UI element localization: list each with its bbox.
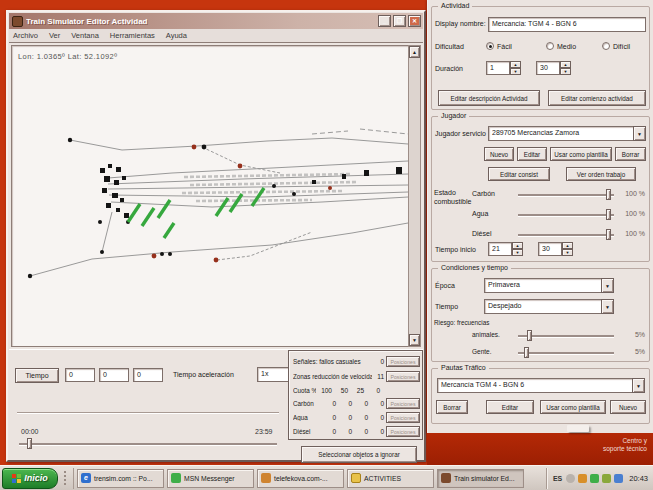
quick-launch-area[interactable] <box>60 468 74 489</box>
spin-up-icon[interactable]: ▲ <box>562 242 573 249</box>
edit-consist-button[interactable]: Editar consist <box>488 167 550 181</box>
scroll-up-icon[interactable]: ▲ <box>409 46 420 58</box>
quota-col: 50 <box>332 387 348 394</box>
duracion-hours-value[interactable]: 1 <box>486 61 510 75</box>
tray-app-icon[interactable] <box>602 474 611 483</box>
slider-thumb[interactable] <box>606 229 611 240</box>
group-jugador-title: Jugador <box>438 112 469 119</box>
title-bar[interactable]: Train Simulator Editor Actividad _ ❐ ✕ <box>9 13 423 29</box>
edit-description-button[interactable]: Editar descripción Actividad <box>438 90 540 106</box>
group-jugador: Jugador Jugador servicio 289705 Mercanci… <box>431 116 650 262</box>
minimize-button[interactable]: _ <box>378 15 391 27</box>
tray-volume-icon[interactable] <box>566 474 575 483</box>
spin-up-icon[interactable]: ▲ <box>510 61 521 68</box>
spin-down-icon[interactable]: ▼ <box>562 249 573 256</box>
start-minute-value[interactable]: 30 <box>538 242 562 256</box>
slider-thumb[interactable] <box>524 347 529 358</box>
coal-locations-button[interactable]: Posiciones <box>386 398 420 409</box>
slider-thumb[interactable] <box>606 189 611 200</box>
traffic-template-button[interactable]: Usar como plantilla <box>540 400 606 414</box>
spin-up-icon[interactable]: ▲ <box>512 242 523 249</box>
slider-track <box>518 335 614 337</box>
time-field-hours[interactable]: 0 <box>65 368 95 382</box>
duracion-minutes-spinner[interactable]: 30 ▲▼ <box>536 61 571 75</box>
start-button[interactable]: Inicio <box>2 468 58 489</box>
coal-slider[interactable] <box>518 189 614 201</box>
chevron-down-icon[interactable]: ▼ <box>601 299 614 314</box>
radio-facil[interactable]: Fácil <box>486 42 512 50</box>
diesel-locations-button[interactable]: Posiciones <box>386 426 420 437</box>
spin-down-icon[interactable]: ▼ <box>512 249 523 256</box>
slider-thumb[interactable] <box>527 330 532 341</box>
start-hour-spinner[interactable]: 21 ▲▼ <box>488 242 523 256</box>
season-dropdown[interactable]: Primavera ▼ <box>484 278 614 293</box>
route-map[interactable] <box>12 46 410 346</box>
traffic-delete-button[interactable]: Borrar <box>436 400 468 414</box>
chevron-down-icon[interactable]: ▼ <box>601 278 614 293</box>
map-viewport[interactable]: Lon: 1.0365º Lat: 52.1092º <box>11 45 411 347</box>
task-trensim[interactable]: e trensim.com :: Po... <box>77 469 164 488</box>
task-msn-messenger[interactable]: MSN Messenger <box>167 469 254 488</box>
time-of-day-slider[interactable] <box>19 438 277 450</box>
radio-dificil[interactable]: Difícil <box>602 42 630 50</box>
menu-archivo[interactable]: Archivo <box>13 31 38 40</box>
chevron-down-icon[interactable]: ▼ <box>633 126 646 141</box>
diesel-slider[interactable] <box>518 229 614 241</box>
task-website[interactable]: telefekova.com-... <box>257 469 344 488</box>
radio-icon[interactable] <box>546 42 554 50</box>
spin-up-icon[interactable]: ▲ <box>560 61 571 68</box>
radio-icon[interactable] <box>602 42 610 50</box>
animals-slider[interactable] <box>518 330 614 342</box>
edit-activity-start-button[interactable]: Editar comienzo actividad <box>548 90 646 106</box>
tray-update-icon[interactable] <box>578 474 587 483</box>
ignore-objects-button[interactable]: Seleccionar objetos a ignorar <box>301 446 417 463</box>
maximize-button[interactable]: ❐ <box>393 15 406 27</box>
task-activities-folder[interactable]: ACTIVITIES <box>347 469 434 488</box>
speed-zones-locations-button[interactable]: Posiciones <box>386 371 420 382</box>
quota-col: 100 <box>316 387 332 394</box>
slider-thumb[interactable] <box>27 438 32 449</box>
people-slider[interactable] <box>518 347 614 359</box>
radio-icon[interactable] <box>486 42 494 50</box>
task-train-simulator[interactable]: Train simulator Ed... <box>437 469 524 488</box>
traffic-dropdown[interactable]: Mercancía TGM 4 - BGN 6 ▼ <box>437 378 645 393</box>
start-minute-spinner[interactable]: 30 ▲▼ <box>538 242 573 256</box>
menu-ventana[interactable]: Ventana <box>71 31 99 40</box>
servicio-label: Jugador servicio <box>435 130 486 137</box>
tray-network-icon[interactable] <box>614 474 623 483</box>
service-template-button[interactable]: Usar como plantilla <box>550 147 612 161</box>
diesel-col: 0 <box>368 428 384 435</box>
servicio-dropdown[interactable]: 289705 Mercancias Zamora ▼ <box>488 126 646 141</box>
start-hour-value[interactable]: 21 <box>488 242 512 256</box>
service-edit-button[interactable]: Editar <box>517 147 547 161</box>
spin-down-icon[interactable]: ▼ <box>510 68 521 75</box>
water-slider[interactable] <box>518 209 614 221</box>
chevron-down-icon[interactable]: ▼ <box>632 378 645 393</box>
language-indicator[interactable]: ES <box>553 475 562 482</box>
water-locations-button[interactable]: Posiciones <box>386 412 420 423</box>
menu-ver[interactable]: Ver <box>49 31 60 40</box>
traffic-new-button[interactable]: Nuevo <box>610 400 646 414</box>
map-vertical-scrollbar[interactable]: ▲ ▼ <box>408 45 421 347</box>
traffic-edit-button[interactable]: Editar <box>486 400 534 414</box>
signal-failures-locations-button[interactable]: Posiciones <box>386 356 420 367</box>
duracion-minutes-value[interactable]: 30 <box>536 61 560 75</box>
scroll-down-icon[interactable]: ▼ <box>409 334 420 346</box>
weather-dropdown[interactable]: Despejado ▼ <box>484 299 614 314</box>
close-button[interactable]: ✕ <box>408 15 421 27</box>
menu-herramientas[interactable]: Herramientas <box>110 31 155 40</box>
duracion-hours-spinner[interactable]: 1 ▲▼ <box>486 61 521 75</box>
display-name-input[interactable]: Mercancia: TGM 4 - BGN 6 <box>488 17 646 32</box>
duracion-label: Duración <box>435 65 463 72</box>
time-field-minutes[interactable]: 0 <box>99 368 129 382</box>
service-delete-button[interactable]: Borrar <box>615 147 646 161</box>
tiempo-button[interactable]: Tiempo <box>15 368 59 383</box>
slider-thumb[interactable] <box>606 209 611 220</box>
work-order-button[interactable]: Ver orden trabajo <box>566 167 636 181</box>
spin-down-icon[interactable]: ▼ <box>560 68 571 75</box>
radio-medio[interactable]: Medio <box>546 42 576 50</box>
service-new-button[interactable]: Nuevo <box>484 147 514 161</box>
tray-messenger-icon[interactable] <box>590 474 599 483</box>
time-field-seconds[interactable]: 0 <box>133 368 163 382</box>
menu-ayuda[interactable]: Ayuda <box>166 31 187 40</box>
